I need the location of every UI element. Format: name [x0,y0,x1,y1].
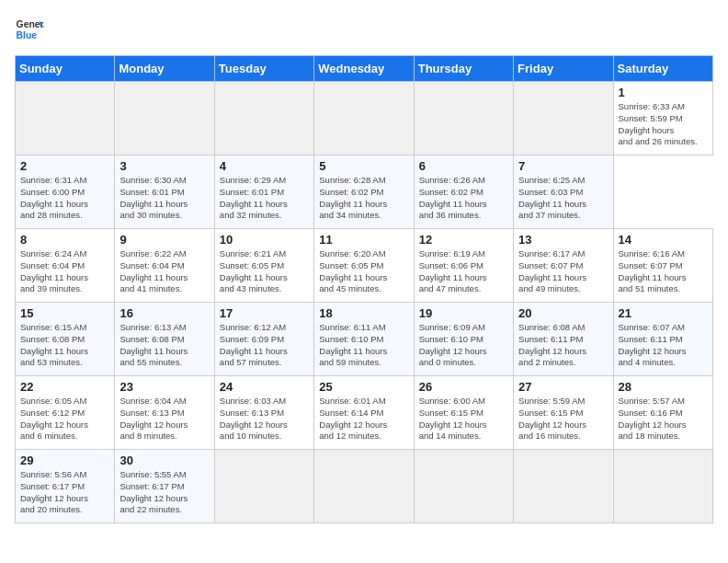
calendar-cell [214,82,313,155]
day-number: 20 [518,306,608,320]
calendar-cell: 26Sunrise: 6:00 AMSunset: 6:15 PMDayligh… [414,376,513,450]
day-number: 16 [119,306,209,320]
day-number: 23 [119,380,209,394]
day-number: 1 [619,86,708,99]
day-info: Sunrise: 6:08 AMSunset: 6:11 PMDaylight … [518,322,608,369]
logo-icon: General Blue [15,15,44,44]
calendar-cell: 29Sunrise: 5:56 AMSunset: 6:17 PMDayligh… [16,450,115,523]
page-header: General Blue [15,15,713,44]
day-number: 13 [518,233,608,247]
calendar-cell: 9Sunrise: 6:22 AMSunset: 6:04 PMDaylight… [115,229,214,303]
day-number: 7 [518,159,608,173]
day-number: 28 [619,380,708,394]
day-number: 6 [419,159,508,173]
calendar-cell: 30Sunrise: 5:55 AMSunset: 6:17 PMDayligh… [115,450,214,523]
calendar-cell [16,82,115,155]
calendar-cell: 1Sunrise: 6:33 AMSunset: 5:59 PMDaylight… [613,82,712,155]
day-number: 15 [20,306,109,320]
calendar-cell: 5Sunrise: 6:28 AMSunset: 6:02 PMDaylight… [314,155,414,229]
logo: General Blue [15,15,44,44]
weekday-header-sunday: Sunday [16,56,115,82]
calendar-cell [214,450,313,523]
day-info: Sunrise: 6:25 AMSunset: 6:03 PMDaylight … [518,175,608,222]
day-number: 30 [119,454,209,467]
calendar-cell: 6Sunrise: 6:26 AMSunset: 6:02 PMDaylight… [414,155,513,229]
day-number: 11 [319,233,408,247]
day-info: Sunrise: 5:56 AMSunset: 6:17 PMDaylight … [20,469,109,516]
calendar-cell: 16Sunrise: 6:13 AMSunset: 6:08 PMDayligh… [115,303,214,376]
day-number: 29 [20,454,109,467]
weekday-header-tuesday: Tuesday [214,56,313,82]
calendar-cell: 17Sunrise: 6:12 AMSunset: 6:09 PMDayligh… [214,303,313,376]
day-info: Sunrise: 6:21 AMSunset: 6:05 PMDaylight … [220,248,309,295]
day-info: Sunrise: 6:24 AMSunset: 6:04 PMDaylight … [20,248,109,295]
day-number: 21 [619,306,708,320]
calendar-cell: 28Sunrise: 5:57 AMSunset: 6:16 PMDayligh… [613,376,712,450]
calendar-cell: 10Sunrise: 6:21 AMSunset: 6:05 PMDayligh… [214,229,313,303]
calendar-cell: 14Sunrise: 6:16 AMSunset: 6:07 PMDayligh… [613,229,712,303]
day-info: Sunrise: 6:05 AMSunset: 6:12 PMDaylight … [20,396,109,442]
day-number: 12 [419,233,508,247]
calendar-cell: 18Sunrise: 6:11 AMSunset: 6:10 PMDayligh… [314,303,414,376]
calendar-header: SundayMondayTuesdayWednesdayThursdayFrid… [16,56,713,82]
day-number: 25 [319,380,408,394]
calendar-cell: 20Sunrise: 6:08 AMSunset: 6:11 PMDayligh… [514,303,613,376]
day-info: Sunrise: 6:12 AMSunset: 6:09 PMDaylight … [220,322,309,369]
day-number: 27 [518,380,608,394]
calendar-cell: 15Sunrise: 6:15 AMSunset: 6:08 PMDayligh… [16,303,115,376]
day-info: Sunrise: 5:57 AMSunset: 6:16 PMDaylight … [619,396,708,442]
calendar-cell: 21Sunrise: 6:07 AMSunset: 6:11 PMDayligh… [613,303,712,376]
day-number: 8 [20,233,109,247]
calendar-cell: 23Sunrise: 6:04 AMSunset: 6:13 PMDayligh… [115,376,214,450]
day-info: Sunrise: 6:29 AMSunset: 6:01 PMDaylight … [220,175,309,222]
calendar-cell: 4Sunrise: 6:29 AMSunset: 6:01 PMDaylight… [214,155,313,229]
day-info: Sunrise: 5:55 AMSunset: 6:17 PMDaylight … [119,469,209,516]
calendar-cell [414,82,513,155]
svg-text:Blue: Blue [17,30,38,40]
day-info: Sunrise: 6:09 AMSunset: 6:10 PMDaylight … [419,322,508,369]
calendar-cell: 24Sunrise: 6:03 AMSunset: 6:13 PMDayligh… [214,376,313,450]
day-info: Sunrise: 6:15 AMSunset: 6:08 PMDaylight … [20,322,109,369]
calendar-cell [514,450,613,523]
calendar-cell [314,450,414,523]
day-info: Sunrise: 6:11 AMSunset: 6:10 PMDaylight … [319,322,408,369]
day-number: 19 [419,306,508,320]
day-info: Sunrise: 5:59 AMSunset: 6:15 PMDaylight … [518,396,608,442]
day-info: Sunrise: 6:19 AMSunset: 6:06 PMDaylight … [419,248,508,295]
calendar-cell: 2Sunrise: 6:31 AMSunset: 6:00 PMDaylight… [16,155,115,229]
day-number: 22 [20,380,109,394]
day-info: Sunrise: 6:22 AMSunset: 6:04 PMDaylight … [119,248,209,295]
day-info: Sunrise: 6:33 AMSunset: 5:59 PMDaylight … [619,101,708,148]
calendar-cell: 27Sunrise: 5:59 AMSunset: 6:15 PMDayligh… [514,376,613,450]
calendar-cell [613,450,712,523]
day-info: Sunrise: 6:31 AMSunset: 6:00 PMDaylight … [20,175,109,222]
calendar-cell: 19Sunrise: 6:09 AMSunset: 6:10 PMDayligh… [414,303,513,376]
calendar-table: SundayMondayTuesdayWednesdayThursdayFrid… [15,55,713,523]
day-info: Sunrise: 6:04 AMSunset: 6:13 PMDaylight … [119,396,209,442]
day-info: Sunrise: 6:01 AMSunset: 6:14 PMDaylight … [319,396,408,442]
calendar-cell [314,82,414,155]
weekday-header-wednesday: Wednesday [314,56,414,82]
calendar-cell: 8Sunrise: 6:24 AMSunset: 6:04 PMDaylight… [16,229,115,303]
weekday-header-monday: Monday [115,56,214,82]
calendar-cell [414,450,513,523]
day-number: 14 [619,233,708,247]
day-number: 2 [20,159,109,173]
day-info: Sunrise: 6:28 AMSunset: 6:02 PMDaylight … [319,175,408,222]
day-info: Sunrise: 6:00 AMSunset: 6:15 PMDaylight … [419,396,508,442]
day-number: 24 [220,380,309,394]
day-number: 5 [319,159,408,173]
day-number: 26 [419,380,508,394]
day-number: 17 [220,306,309,320]
day-info: Sunrise: 6:20 AMSunset: 6:05 PMDaylight … [319,248,408,295]
calendar-cell: 11Sunrise: 6:20 AMSunset: 6:05 PMDayligh… [314,229,414,303]
day-number: 3 [119,159,209,173]
calendar-cell [514,82,613,155]
calendar-cell: 22Sunrise: 6:05 AMSunset: 6:12 PMDayligh… [16,376,115,450]
weekday-header-saturday: Saturday [613,56,712,82]
day-info: Sunrise: 6:13 AMSunset: 6:08 PMDaylight … [119,322,209,369]
day-info: Sunrise: 6:07 AMSunset: 6:11 PMDaylight … [619,322,708,369]
weekday-header-thursday: Thursday [414,56,513,82]
calendar-cell: 12Sunrise: 6:19 AMSunset: 6:06 PMDayligh… [414,229,513,303]
day-info: Sunrise: 6:16 AMSunset: 6:07 PMDaylight … [619,248,708,295]
